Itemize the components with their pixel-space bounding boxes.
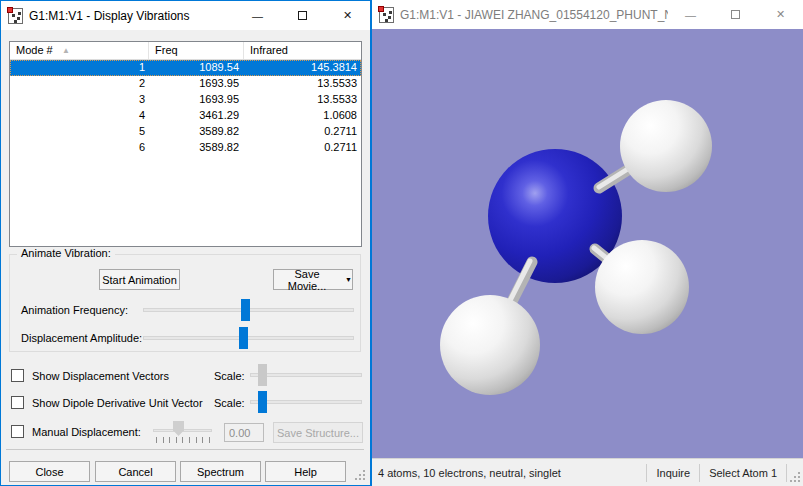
minimize-icon[interactable]: — [668,0,713,29]
window-title: G1:M1:V1 - JIAWEI ZHANG_01554120_PHUNT_N… [400,8,668,22]
cell-mode: 3 [10,92,149,108]
save-structure-button[interactable]: Save Structure... [273,422,363,443]
desktop: G1:M1:V1 - Display Vibrations — ✕ Mode #… [0,0,803,486]
displacement-amplitude-slider[interactable] [143,327,354,349]
cell-infrared: 145.3814 [244,60,361,76]
table-row[interactable]: 3 1693.95 13.5533 [10,92,361,108]
table-row[interactable]: 2 1693.95 13.5533 [10,76,361,92]
display-vibrations-window: G1:M1:V1 - Display Vibrations — ✕ Mode #… [0,0,372,486]
cell-freq: 1089.54 [149,60,244,76]
close-icon[interactable]: ✕ [325,1,370,30]
cell-infrared: 13.5533 [244,92,361,108]
slider-thumb[interactable] [258,364,267,386]
cell-mode: 1 [10,60,149,76]
manual-displacement-label[interactable]: Manual Displacement: [32,426,141,438]
maximize-icon[interactable] [280,1,325,30]
cell-infrared: 0.2711 [244,140,361,156]
manual-displacement-input[interactable] [224,423,264,442]
titlebar[interactable]: G1:M1:V1 - JIAWEI ZHANG_01554120_PHUNT_N… [372,0,803,29]
cell-mode: 2 [10,76,149,92]
molecule [372,29,803,458]
separator [6,449,364,450]
group-label: Animate Vibration: [17,247,115,259]
vibration-modes-table: Mode # ▲ Freq Infrared 1 1089.54 145.381… [9,41,362,247]
close-button[interactable]: Close [9,461,90,482]
sort-ascending-icon: ▲ [62,46,70,55]
displacement-vectors-scale-slider[interactable] [242,364,362,386]
table-row[interactable]: 5 3589.82 0.2711 [10,124,361,140]
cell-mode: 4 [10,108,149,124]
hydrogen-atom[interactable] [440,295,540,395]
save-movie-label: Save Movie... [274,268,340,292]
table-header: Mode # ▲ Freq Infrared [10,42,361,60]
slider-thumb[interactable] [241,299,250,321]
close-icon[interactable]: ✕ [758,0,803,29]
maximize-icon[interactable] [713,0,758,29]
displacement-amplitude-label: Displacement Amplitude: [21,332,142,344]
slider-thumb[interactable] [239,327,248,349]
scale-label: Scale: [214,397,245,409]
cancel-button[interactable]: Cancel [95,461,176,482]
slider-tick-marks [156,437,210,443]
table-row[interactable]: 1 1089.54 145.3814 [10,60,361,76]
molecule-view-window: G1:M1:V1 - JIAWEI ZHANG_01554120_PHUNT_N… [372,0,803,486]
minimize-icon[interactable]: — [235,1,280,30]
gaussview-app-icon [8,8,23,24]
start-animation-button[interactable]: Start Animation [99,269,180,290]
gaussview-app-icon [379,7,394,23]
show-displacement-vectors-label[interactable]: Show Displacement Vectors [32,370,169,382]
spectrum-button[interactable]: Spectrum [180,461,261,482]
column-header-mode[interactable]: Mode # ▲ [10,42,149,59]
resize-grip[interactable] [354,469,366,481]
cell-infrared: 1.0608 [244,108,361,124]
dialog-body: Mode # ▲ Freq Infrared 1 1089.54 145.381… [1,30,370,485]
molecule-summary: 4 atoms, 10 electrons, neutral, singlet [372,467,561,479]
slider-thumb[interactable] [173,421,184,436]
animate-vibration-group: Animate Vibration: Start Animation Save … [9,254,361,352]
show-dipole-derivative-checkbox[interactable] [11,396,24,409]
titlebar[interactable]: G1:M1:V1 - Display Vibrations — ✕ [1,1,370,30]
status-bar: 4 atoms, 10 electrons, neutral, singlet … [372,458,803,486]
window-title: G1:M1:V1 - Display Vibrations [29,9,190,23]
cell-freq: 3589.82 [149,124,244,140]
status-mode: Inquire [647,467,699,479]
animation-frequency-slider[interactable] [143,299,354,321]
cell-mode: 6 [10,140,149,156]
show-dipole-derivative-label[interactable]: Show Dipole Derivative Unit Vector [32,397,203,409]
chevron-down-icon: ▼ [345,276,352,283]
animation-frequency-label: Animation Frequency: [21,304,128,316]
table-row[interactable]: 4 3461.29 1.0608 [10,108,361,124]
cell-freq: 3589.82 [149,140,244,156]
cell-freq: 1693.95 [149,92,244,108]
hydrogen-atom[interactable] [595,240,689,334]
scale-label: Scale: [214,370,245,382]
status-selection: Select Atom 1 [700,467,786,479]
cell-infrared: 13.5533 [244,76,361,92]
slider-thumb[interactable] [258,391,267,413]
column-header-infrared[interactable]: Infrared [244,42,361,59]
manual-displacement-checkbox[interactable] [11,425,24,438]
save-movie-button[interactable]: Save Movie... ▼ [273,269,353,290]
resize-grip[interactable] [789,471,801,483]
molecule-viewport[interactable] [372,29,803,458]
cell-infrared: 0.2711 [244,124,361,140]
table-row[interactable]: 6 3589.82 0.2711 [10,140,361,156]
cell-mode: 5 [10,124,149,140]
column-header-freq[interactable]: Freq [149,42,244,59]
slider-track[interactable] [143,336,354,340]
dipole-derivative-scale-slider[interactable] [242,391,362,413]
hydrogen-atom[interactable] [620,100,712,192]
cell-freq: 1693.95 [149,76,244,92]
help-button[interactable]: Help [265,461,346,482]
show-displacement-vectors-checkbox[interactable] [11,369,24,382]
cell-freq: 3461.29 [149,108,244,124]
